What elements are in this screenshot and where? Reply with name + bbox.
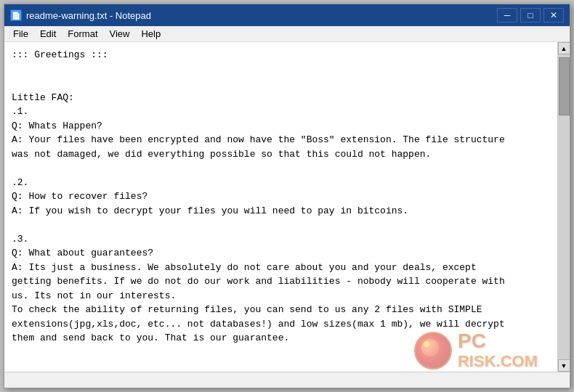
scroll-down-button[interactable]: ▼ — [558, 359, 570, 372]
title-bar: 📄 readme-warning.txt - Notepad ─ □ ✕ — [4, 4, 570, 26]
window-controls: ─ □ ✕ — [497, 8, 564, 23]
text-editor[interactable]: ::: Greetings ::: Little FAQ: .1. Q: Wha… — [4, 42, 557, 372]
menu-file[interactable]: File — [7, 28, 34, 40]
scrollbar-thumb[interactable] — [559, 57, 570, 115]
menu-format[interactable]: Format — [62, 28, 103, 40]
menu-bar: File Edit Format View Help — [4, 26, 570, 42]
scroll-up-button[interactable]: ▲ — [558, 42, 570, 54]
status-bar — [4, 372, 570, 388]
content-area: ::: Greetings ::: Little FAQ: .1. Q: Wha… — [4, 42, 570, 372]
close-button[interactable]: ✕ — [543, 8, 564, 23]
minimize-button[interactable]: ─ — [497, 8, 517, 23]
app-icon: 📄 — [10, 9, 22, 21]
menu-help[interactable]: Help — [135, 28, 166, 40]
menu-edit[interactable]: Edit — [34, 28, 62, 40]
menu-view[interactable]: View — [104, 28, 136, 40]
scrollbar-track[interactable] — [558, 54, 570, 359]
app-icon-letter: 📄 — [12, 12, 20, 20]
window-title: readme-warning.txt - Notepad — [26, 10, 497, 21]
notepad-window: 📄 readme-warning.txt - Notepad ─ □ ✕ Fil… — [4, 4, 570, 388]
maximize-button[interactable]: □ — [520, 8, 541, 23]
vertical-scrollbar[interactable]: ▲ ▼ — [557, 42, 570, 372]
